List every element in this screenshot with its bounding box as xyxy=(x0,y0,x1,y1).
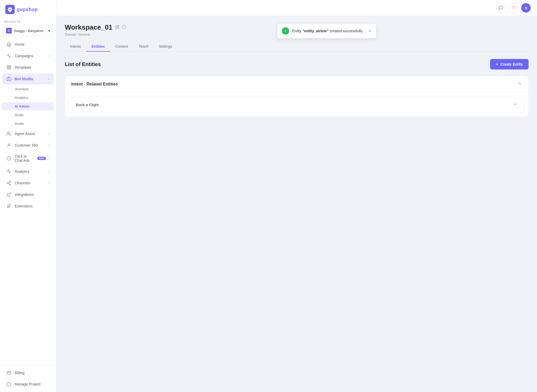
sidebar-sub-item-guide-label: Guide xyxy=(15,122,24,126)
success-message: Entity "entity_airline" created successf… xyxy=(292,29,365,33)
sidebar-sub-item-analytics-label: Analytics xyxy=(15,96,28,100)
sidebar-sub-item-ai-admin-label: AI Admin xyxy=(15,104,30,108)
close-notification-button[interactable]: ✕ xyxy=(368,29,372,34)
svg-point-3 xyxy=(11,9,12,10)
sidebar-item-analytics[interactable]: Analytics › xyxy=(2,166,54,177)
sidebar-item-extensions-label: Extensions xyxy=(15,204,46,208)
svg-rect-6 xyxy=(7,68,8,69)
project-name: Swiggy - Bangalore xyxy=(14,29,44,33)
page-header: List of Entities + Create Entity xyxy=(65,59,529,69)
click-to-chat-icon xyxy=(6,156,12,161)
svg-point-14 xyxy=(9,181,11,182)
projects-label: PROJECTS xyxy=(0,19,56,24)
sidebar-item-campaigns[interactable]: Campaigns › xyxy=(2,50,54,61)
domain-value: Generic xyxy=(78,33,90,36)
new-badge: NEW xyxy=(37,157,46,160)
analytics-icon xyxy=(6,169,12,174)
sidebar-item-home[interactable]: Home xyxy=(2,39,54,50)
tab-teach[interactable]: Teach xyxy=(133,42,154,52)
entity-item[interactable]: Book a Flight xyxy=(69,97,524,112)
sidebar-item-manage-project[interactable]: Manage Project xyxy=(2,379,54,390)
sidebar-item-agent-assist-label: Agent Assist xyxy=(15,132,46,136)
entities-section: Intent - Related Entities Book a Flight xyxy=(65,76,529,117)
svg-point-16 xyxy=(9,184,11,185)
sidebar-item-customer-360[interactable]: Customer 360 › xyxy=(2,140,54,151)
svg-line-18 xyxy=(8,182,9,183)
project-selector[interactable]: S Swiggy - Bangalore ▾ xyxy=(3,25,53,36)
sidebar-sub-item-goals[interactable]: Goals xyxy=(2,111,54,119)
help-icon-button[interactable]: ? xyxy=(509,3,518,13)
entity-item-name: Book a Flight xyxy=(76,103,99,107)
sidebar-item-click-to-chat-label: Click to Chat Ads xyxy=(15,154,33,163)
workspace-title: Workspace_01 xyxy=(65,23,112,31)
question-mark-icon: ? xyxy=(512,6,515,10)
templates-icon xyxy=(6,65,12,70)
customer-360-icon xyxy=(6,143,12,148)
create-entity-label: Create Entity xyxy=(500,62,523,66)
tab-intents[interactable]: Intents xyxy=(65,42,86,52)
chevron-down-icon: ▾ xyxy=(48,29,50,33)
manage-project-icon xyxy=(6,382,12,387)
entities-section-title: Intent - Related Entities xyxy=(71,82,118,87)
sidebar: gupshup PROJECTS S Swiggy - Bangalore ▾ … xyxy=(0,0,56,392)
entities-section-header[interactable]: Intent - Related Entities xyxy=(65,76,528,93)
edit-icon[interactable] xyxy=(115,25,119,30)
sidebar-item-channels[interactable]: Channels › xyxy=(2,178,54,189)
sidebar-item-click-to-chat-ads[interactable]: Click to Chat Ads NEW › xyxy=(2,151,54,165)
chevron-right-icon: › xyxy=(49,181,50,185)
sidebar-item-extensions[interactable]: Extensions › xyxy=(2,201,54,212)
sidebar-item-templates[interactable]: Templates xyxy=(2,62,54,73)
sidebar-sub-item-journeys[interactable]: Journeys xyxy=(2,85,54,93)
entity-item-chevron-icon xyxy=(513,102,518,108)
page-title: List of Entities xyxy=(65,61,101,67)
chat-icon-button[interactable] xyxy=(496,3,506,13)
sidebar-sub-item-analytics[interactable]: Analytics xyxy=(2,94,54,102)
chevron-right-icon: › xyxy=(49,170,50,173)
integrations-icon xyxy=(6,192,12,197)
bot-studio-icon xyxy=(6,76,12,82)
sidebar-sub-item-goals-label: Goals xyxy=(15,113,24,117)
collapse-icon[interactable] xyxy=(517,81,522,87)
sidebar-item-home-label: Home xyxy=(15,42,50,46)
agent-assist-icon xyxy=(6,131,12,136)
channels-icon xyxy=(6,180,12,186)
success-text-pre: Entity xyxy=(292,29,303,33)
sidebar-sub-item-journeys-label: Journeys xyxy=(15,87,29,91)
sidebar-sub-item-guide[interactable]: Guide xyxy=(2,120,54,128)
sidebar-sub-item-ai-admin[interactable]: AI Admin xyxy=(2,102,54,110)
sidebar-item-integrations[interactable]: Integrations xyxy=(2,189,54,200)
billing-icon xyxy=(6,370,12,375)
logo-text: gupshup xyxy=(17,7,37,12)
home-icon xyxy=(6,42,12,47)
content-area: ✓ Entity "entity_airline" created succes… xyxy=(56,16,537,392)
plus-icon: + xyxy=(496,62,498,66)
tab-entities[interactable]: Entities xyxy=(86,42,110,52)
svg-rect-4 xyxy=(7,66,8,67)
chevron-right-icon: › xyxy=(49,54,50,58)
svg-rect-7 xyxy=(9,68,11,69)
tab-settings[interactable]: Settings xyxy=(154,42,178,52)
svg-point-15 xyxy=(7,182,8,184)
chevron-right-icon: › xyxy=(49,204,50,208)
tab-content[interactable]: Content xyxy=(110,42,133,52)
sidebar-item-channels-label: Channels xyxy=(15,181,46,185)
topbar: ? S xyxy=(56,0,537,16)
chevron-right-icon: › xyxy=(49,157,50,160)
info-icon[interactable] xyxy=(122,25,126,30)
sidebar-item-billing[interactable]: Billing xyxy=(2,367,54,378)
main-area: ? S ✓ Entity "entity_airline" created su… xyxy=(56,0,537,392)
sidebar-item-agent-assist[interactable]: Agent Assist › xyxy=(2,128,54,139)
extensions-icon xyxy=(6,203,12,209)
svg-line-19 xyxy=(9,193,11,195)
sidebar-item-manage-project-label: Manage Project xyxy=(15,382,50,386)
sidebar-item-bot-studio[interactable]: Bot Studio ⌄ xyxy=(2,73,54,84)
sidebar-item-billing-label: Billing xyxy=(15,371,50,375)
sidebar-item-integrations-label: Integrations xyxy=(15,192,50,197)
svg-rect-5 xyxy=(9,66,11,67)
sidebar-item-analytics-label: Analytics xyxy=(15,169,46,174)
logo-icon xyxy=(5,5,15,14)
success-check-icon: ✓ xyxy=(282,27,289,35)
user-avatar[interactable]: S xyxy=(521,3,531,13)
create-entity-button[interactable]: + Create Entity xyxy=(490,59,529,69)
svg-point-2 xyxy=(10,9,10,10)
